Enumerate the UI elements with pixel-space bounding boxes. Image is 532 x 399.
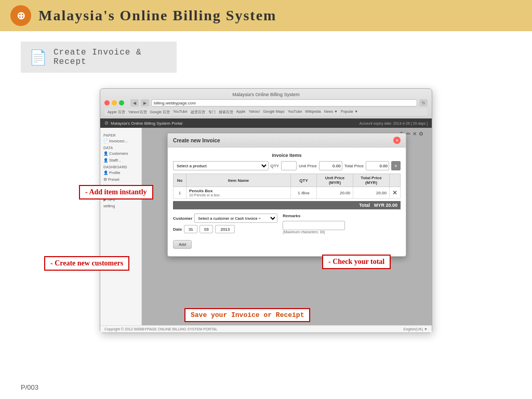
invoice-icon: 📄 [29, 49, 47, 66]
row-total-price: 20.00 [353, 187, 390, 199]
add-item-button[interactable]: + [391, 161, 401, 170]
qty-label: QTY [271, 164, 279, 168]
subtitle-bar: 📄 Create Invoice & Recept [21, 42, 177, 73]
sidebar-item-preset[interactable]: ⚙ Preset [100, 176, 141, 183]
remarks-input[interactable] [283, 221, 345, 230]
save-invoice-annotation: Save your Invoice or Receipt [184, 308, 310, 322]
sidebar-item-profile[interactable]: 👤 Profile [100, 169, 141, 176]
sidebar-item-staff[interactable]: 👤 Staff/... [100, 157, 141, 164]
expiry-info: Account expiry date: 2013-4-29 [ 29 days… [359, 122, 428, 125]
app-layout: PAPER 📄 Invoices/... DATA 👤 Customers 👤 … [100, 128, 432, 325]
subtitle-text: Create Invoice & Recept [54, 48, 168, 66]
page-content: 📄 Create Invoice & Recept Malaysia's Onl… [0, 31, 532, 399]
browser-window: Malaysia's Online Billing System ◀ ▶ bil… [100, 88, 432, 333]
footer-copyright: Copyright © 2012 WEBBYPAGE ONLINE BILLIN… [104, 327, 218, 331]
create-invoice-modal: Create new Invoice ✕ Invoice Items [167, 133, 406, 257]
sidebar: PAPER 📄 Invoices/... DATA 👤 Customers 👤 … [100, 128, 142, 325]
customer-date-section: Customer Select a customer or Cash Invoi… [173, 214, 277, 249]
col-no: No [174, 174, 187, 187]
logo-icon: ⊕ [10, 5, 31, 26]
date-row: Date [173, 225, 277, 233]
date-day-input[interactable] [184, 225, 197, 233]
col-total-price: Total Price (MYR) [353, 174, 390, 187]
modal-overlay: Create new Invoice ✕ Invoice Items [142, 128, 432, 325]
row-no: 1 [174, 187, 187, 199]
forward-button[interactable]: ▶ [141, 99, 149, 107]
minimize-window-button[interactable] [112, 100, 117, 105]
customer-label: Customer [173, 216, 192, 221]
app-footer: Copyright © 2012 WEBBYPAGE ONLINE BILLIN… [100, 325, 432, 332]
date-label: Date [173, 227, 182, 232]
total-label: Total [359, 203, 370, 208]
bookmarks-bar: Apple 百货 Yahoo!百货 Google 百货 YouTube 超贤百货… [104, 109, 428, 116]
row-unit-price: 20.00 [317, 187, 353, 199]
col-unit-price: Unit Price (MYR) [317, 174, 353, 187]
page-number: P/003 [21, 383, 38, 391]
header-title: Malaysia's Online Billing System [38, 7, 276, 24]
sidebar-item-customers[interactable]: 👤 Customers [100, 150, 141, 157]
table-row: 1 Pencils Box 10 Pencils in a box 1 /Box… [174, 187, 401, 199]
product-select[interactable]: Select a product [173, 161, 269, 170]
items-table: No Item Name QTY Unit Price (MYR) Total … [173, 174, 401, 199]
total-row: Total MYR 20.00 [173, 201, 401, 209]
unit-price-label: Unit Price [299, 164, 317, 168]
total-price-input[interactable] [366, 161, 389, 170]
delete-row-button[interactable]: ✕ [390, 187, 401, 199]
customer-remarks-section: Customer Select a customer or Cash Invoi… [173, 214, 401, 249]
app-header: ⚙ Malaysia's Online Billing System Porta… [100, 118, 432, 128]
browser-chrome: Malaysia's Online Billing System ◀ ▶ bil… [100, 89, 432, 118]
date-month-input[interactable] [200, 225, 213, 233]
total-price-label: Total Price [344, 164, 364, 168]
add-item-annotation: - Add item instantly [79, 185, 153, 200]
browser-nav: ◀ ▶ billing.webbypage.com ↻ [130, 99, 428, 107]
total-amount: MYR 20.00 [374, 203, 397, 208]
col-item-name: Item Name [187, 174, 291, 187]
browser-controls: ◀ ▶ billing.webbypage.com ↻ [104, 99, 428, 107]
customer-field-group: Customer Select a customer or Cash Invoi… [173, 214, 277, 223]
col-qty: QTY [291, 174, 317, 187]
remarks-label: Remarks [283, 214, 401, 218]
modal-close-button[interactable]: ✕ [393, 137, 401, 144]
sidebar-item-invoices[interactable]: 📄 Invoices/... [100, 138, 141, 144]
row-qty: 1 /Box [291, 187, 317, 199]
check-total-annotation: - Check your total [322, 255, 391, 269]
invoice-items-label: Invoice Items [173, 153, 401, 158]
remarks-hint: (Maximum characters: 30) [283, 230, 401, 234]
sidebar-item-setting[interactable]: setting [100, 203, 141, 209]
sidebar-section-data: DATA [100, 144, 141, 150]
remarks-section: Remarks (Maximum characters: 30) [283, 214, 401, 249]
refresh-button[interactable]: ↻ [419, 99, 428, 107]
modal-header: Create new Invoice ✕ [168, 134, 406, 148]
modal-body: Invoice Items Select a product QTY Unit [168, 148, 406, 256]
qty-input[interactable] [281, 161, 297, 170]
add-button-row: Add [173, 238, 277, 249]
date-year-input[interactable] [215, 225, 235, 233]
row-item-name: Pencils Box 10 Pencils in a box [187, 187, 291, 199]
sidebar-section-dashboard: DASHBOARD [100, 164, 141, 169]
col-delete [390, 174, 401, 187]
main-area: 👁 ✏ ✕ ⚙ Create new Invoice ✕ [142, 128, 432, 325]
close-window-button[interactable] [104, 100, 110, 105]
unit-price-input[interactable] [319, 161, 342, 170]
url-bar[interactable]: billing.webbypage.com [151, 99, 417, 107]
page-header: ⊕ Malaysia's Online Billing System [0, 0, 532, 31]
maximize-window-button[interactable] [119, 100, 124, 105]
modal-title: Create new Invoice [173, 138, 220, 143]
add-item-row: Select a product QTY Unit Price Total Pr… [173, 161, 401, 170]
footer-language[interactable]: English(UK) ▼ [404, 327, 428, 331]
sidebar-section-paper: PAPER [100, 132, 141, 138]
browser-title: Malaysia's Online Billing System [104, 92, 428, 97]
customer-select[interactable]: Select a customer or Cash Invoice ÷ [194, 214, 277, 223]
create-customers-annotation: - Create new customers [44, 256, 129, 271]
back-button[interactable]: ◀ [130, 99, 139, 107]
add-main-button[interactable]: Add [173, 240, 192, 249]
gear-icon: ⚙ [104, 121, 109, 126]
app-header-title: ⚙ Malaysia's Online Billing System Porta… [104, 121, 182, 126]
